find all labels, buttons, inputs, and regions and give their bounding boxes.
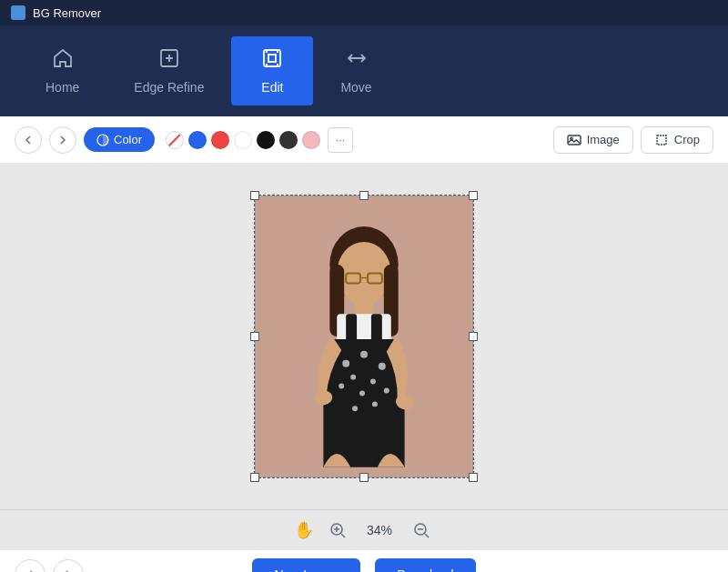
move-icon — [346, 47, 368, 73]
title-bar: BG Remover — [0, 0, 728, 25]
swatch-black[interactable] — [257, 131, 275, 149]
bottom-bar: New Image Download — [0, 549, 728, 572]
nav-edge-refine-label: Edge Refine — [134, 80, 204, 95]
crop-handle-top-left[interactable] — [250, 191, 259, 200]
svg-line-35 — [425, 534, 429, 537]
svg-point-18 — [342, 360, 349, 367]
crop-handle-top-center[interactable] — [359, 191, 369, 200]
more-colors-button[interactable]: ··· — [328, 127, 353, 153]
nav-move-label: Move — [340, 80, 371, 95]
new-image-button[interactable]: New Image — [252, 558, 360, 572]
color-button[interactable]: Color — [84, 127, 155, 152]
svg-rect-6 — [657, 135, 666, 145]
svg-line-31 — [341, 534, 345, 537]
svg-point-27 — [372, 401, 378, 406]
app-icon — [11, 5, 25, 20]
nav-item-move[interactable]: Move — [313, 36, 399, 105]
svg-point-23 — [359, 391, 365, 396]
svg-point-21 — [350, 375, 356, 380]
swatch-white[interactable] — [234, 131, 252, 149]
crop-label: Crop — [674, 133, 700, 146]
prev-button[interactable] — [15, 559, 46, 572]
zoom-in-button[interactable] — [325, 517, 350, 543]
swatch-blue[interactable] — [188, 131, 207, 149]
edit-icon — [261, 47, 283, 73]
image-label: Image — [587, 133, 620, 146]
image-button[interactable]: Image — [553, 126, 633, 154]
image-preview — [255, 196, 473, 477]
crop-handle-bottom-right[interactable] — [469, 473, 478, 482]
nav-home-label: Home — [46, 80, 79, 95]
svg-point-25 — [384, 388, 389, 394]
image-container[interactable] — [255, 196, 473, 477]
crop-handle-middle-right[interactable] — [469, 332, 478, 341]
svg-point-26 — [352, 406, 358, 411]
download-button[interactable]: Download — [375, 558, 475, 572]
svg-point-8 — [337, 242, 391, 305]
svg-point-22 — [370, 379, 376, 385]
nav-edit-label: Edit — [261, 80, 283, 95]
svg-point-20 — [379, 363, 386, 370]
canvas-area — [0, 164, 728, 509]
swatch-red[interactable] — [211, 131, 229, 149]
crop-handle-bottom-center[interactable] — [359, 473, 369, 482]
nav-item-edit[interactable]: Edit — [231, 36, 313, 105]
nav-bar: Home Edge Refine Edit Move — [0, 25, 728, 116]
svg-rect-12 — [337, 314, 391, 341]
svg-rect-17 — [371, 314, 382, 346]
swatch-dark[interactable] — [279, 131, 298, 149]
svg-rect-16 — [346, 314, 357, 346]
next-button[interactable] — [53, 559, 84, 572]
color-swatches — [166, 131, 320, 149]
home-icon — [52, 47, 74, 73]
forward-button[interactable] — [49, 126, 76, 154]
person-figure — [256, 196, 472, 477]
svg-point-24 — [339, 384, 344, 389]
crop-handle-bottom-left[interactable] — [250, 473, 259, 482]
crop-button[interactable]: Crop — [641, 126, 713, 154]
nav-item-edge-refine[interactable]: Edge Refine — [106, 36, 231, 105]
crop-handle-top-right[interactable] — [469, 191, 478, 200]
hand-tool-icon[interactable]: ✋ — [294, 520, 314, 540]
zoom-level: 34% — [361, 523, 398, 537]
svg-rect-0 — [14, 8, 23, 17]
swatch-transparent[interactable] — [166, 131, 184, 149]
bottom-navigation — [15, 559, 84, 572]
swatch-pink[interactable] — [302, 131, 320, 149]
back-button[interactable] — [15, 126, 42, 154]
zoom-bar: ✋ 34% — [0, 509, 728, 549]
edge-refine-icon — [158, 47, 180, 73]
toolbar: Color ··· Image Crop — [0, 116, 728, 164]
toolbar-right: Image Crop — [553, 126, 713, 154]
nav-item-home[interactable]: Home — [18, 36, 106, 105]
zoom-out-button[interactable] — [409, 517, 434, 543]
svg-point-19 — [360, 351, 368, 358]
crop-handle-middle-left[interactable] — [250, 332, 259, 341]
app-title: BG Remover — [33, 6, 101, 20]
svg-rect-4 — [568, 135, 581, 145]
color-label: Color — [114, 133, 142, 146]
